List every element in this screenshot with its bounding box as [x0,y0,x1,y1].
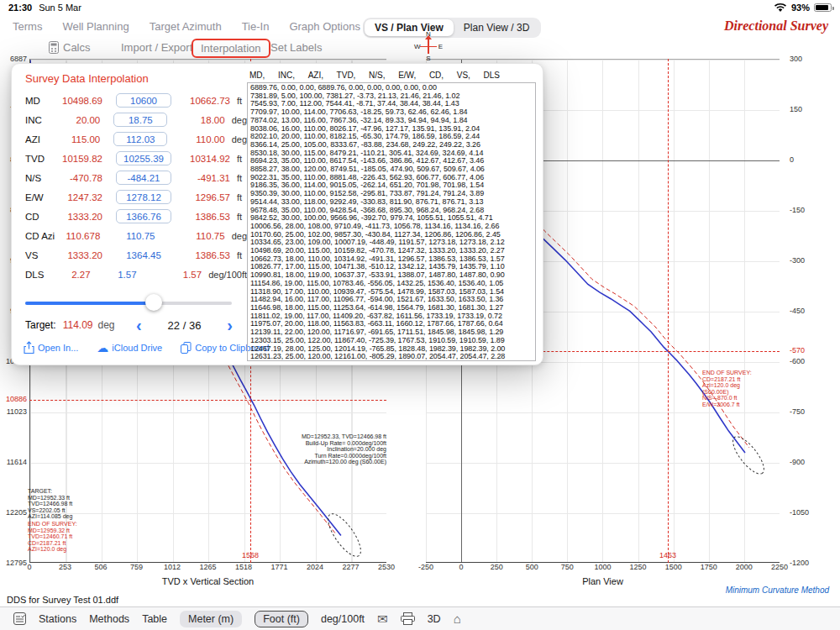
survey-table[interactable]: 6889.76, 0.00, 0.00, 6889.76, 0.00, 0.00… [247,82,536,361]
menu-item[interactable]: Graph Options [289,20,360,33]
interp-input-field[interactable]: 18.75 [113,113,167,127]
icloud-drive-button[interactable]: ☁ iCloud Drive [97,343,162,353]
md-slider[interactable] [25,294,232,311]
annotation-line: Inclination=20.000 deg [277,446,386,453]
menu-item[interactable]: Target Azimuth [150,20,222,33]
interp-input-field[interactable]: 10600 [116,93,171,108]
tvd-depth-marker-line [29,400,386,401]
foot-unit-button[interactable]: Foot (ft) [255,611,308,627]
prev-station-button[interactable]: ‹ [136,318,142,333]
interp-prev-value: 1333.20 [59,250,102,260]
interpolation-button[interactable]: Interpolation [192,39,270,58]
slider-fill [25,302,154,305]
x-tick-label: 1771 [265,563,294,571]
calcs-button[interactable]: Calcs [49,41,91,54]
interp-input-field[interactable]: 1366.76 [116,209,171,223]
threed-view-button[interactable]: 3D [428,613,441,625]
survey-column-header: INC, [278,71,295,80]
annotation-line: Build-Up Rate= 0.000deg/100ft [277,440,386,447]
y-tick-label: -600 [790,356,805,366]
directional-survey-app: 21:30 Sun 5 Mar 93% TermsWell PlanningTa… [0,0,840,630]
app-title: Directional Survey [724,18,828,34]
stations-list-icon[interactable] [13,612,26,625]
annotation-line: (S60.00E) [702,389,752,396]
annotation-line: TVD=12466.98 ft [28,501,72,507]
annotation-line: AZI=114.085 deg [28,513,72,520]
menu-item[interactable]: Tie-In [242,20,270,33]
battery-icon [814,3,832,12]
annotation-line: VS=2202.05 ft [28,507,72,514]
annotation-line: CD=2187.21 ft [702,376,752,383]
home-icon[interactable]: ⌂ [454,612,461,626]
menu-item[interactable]: Terms [13,20,42,33]
methods-button[interactable]: Methods [89,613,129,625]
open-in-button[interactable]: Open In... [24,341,78,354]
popover-title: Survey Data Interpolation [25,72,149,85]
interp-next-value: -491.31 [181,173,230,183]
y-tick-label: -750 [790,407,805,417]
interp-computed-value: 1.57 [104,270,151,280]
interp-next-value: 110.00 [177,134,224,144]
annotation-line: MD=12952.33 ft [28,495,72,501]
set-labels-button[interactable]: Set Labels [270,41,322,54]
plan-ew-marker-line [668,59,669,563]
annotation-line: TVD=12460.71 ft [28,533,77,540]
annotation-line: TARGET: [28,488,72,495]
import-export-label: Import / Export [121,41,192,54]
x-tick-label: 1500 [659,563,688,571]
interp-row-label: VS [25,250,59,260]
annotation-line: MD=12952.33, TVD=12466.98 ft [277,433,386,440]
interp-row-label: CD Azi [25,231,58,241]
plan-y-marker-label: -570 [790,346,805,354]
x-tick-label: 1000 [588,563,617,571]
menu-item[interactable]: Well Planning [62,20,129,33]
survey-column-header: CD, [429,71,444,80]
interp-editable-rows: MD 10498.69 10600 10662.73 ft INC 20.00 … [12,91,247,226]
next-station-button[interactable]: › [227,318,233,333]
interp-input-field[interactable]: 112.03 [113,132,167,146]
interp-computed-value: 110.75 [113,231,167,241]
interp-input-field[interactable]: 10255.39 [116,151,171,165]
tvd-target-annotation: TARGET:MD=12952.33 ftTVD=12466.98 ftVS=2… [28,488,72,520]
interp-row-label: MD [25,96,59,106]
compass-east-label: E [438,43,443,50]
tvd-eos-annotation: END OF SURVEY:MD=12959.32 ftTVD=12460.71… [28,521,77,553]
y-tick-label: -150 [790,205,805,215]
interp-row: E/W 1247.32 1278.12 1296.57 ft [12,187,247,207]
meter-unit-button[interactable]: Meter (m) [180,611,242,627]
tvd-chart-title: TVD x Vertical Section [29,576,386,586]
interp-input-field[interactable]: 1278.12 [116,190,171,204]
x-tick-label: 253 [51,563,80,571]
annotation-line: E/W=2006.7 ft [702,402,752,408]
interp-prev-value: 1333.20 [59,212,102,222]
interp-prev-value: 10498.69 [59,96,102,106]
y-tick-label: 0 [790,155,794,165]
x-tick-label: 2277 [337,563,365,571]
interp-row-label: DLS [25,270,54,280]
survey-column-header: E/W, [398,71,416,80]
open-in-label: Open In... [38,343,78,353]
x-tick-label: 759 [123,563,151,571]
interpolation-popover: Survey Data Interpolation MD 10498.69 10… [11,63,543,365]
stations-button[interactable]: Stations [39,613,76,625]
dls-unit-button[interactable]: deg/100ft [321,613,365,625]
station-position: 22 / 36 [168,319,202,332]
calculator-icon [49,41,59,54]
print-icon[interactable] [401,612,415,625]
survey-column-header: AZI, [308,71,323,80]
interp-input-field[interactable]: -484.21 [116,171,171,185]
slider-thumb[interactable] [145,294,162,311]
y-tick-label: 150 [790,104,802,114]
y-tick-label: 11614 [7,457,27,467]
x-tick-label: 250 [482,563,511,571]
mail-icon[interactable]: ✉ [377,612,388,627]
interp-next-value: 18.00 [177,115,224,125]
view-toggle-plan-3d[interactable]: Plan View / 3D [454,19,540,36]
table-button[interactable]: Table [142,613,167,625]
calculation-method-note: Minimum Curvature Method [726,585,829,595]
tvd-x-axis: 02535067591012126515181771202422772530 [15,563,401,571]
plan-x-marker-label: 1463 [654,551,682,559]
import-export-button[interactable]: Import / Export [121,41,192,54]
interp-unit: ft [237,212,242,222]
x-tick-label: 500 [517,563,546,571]
